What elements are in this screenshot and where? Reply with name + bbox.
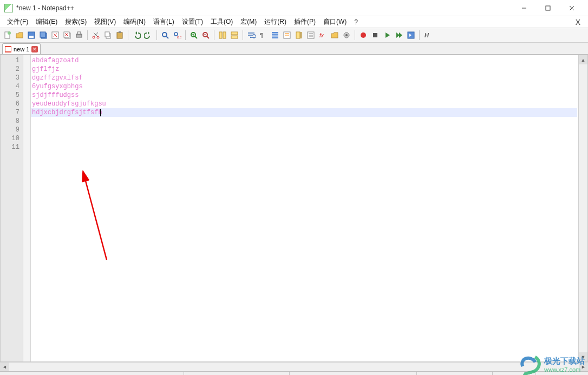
vscroll-track[interactable]	[579, 64, 587, 352]
sync-v-icon[interactable]	[217, 30, 228, 41]
menu-file[interactable]: 文件(F)	[3, 16, 32, 28]
hscroll-track[interactable]	[9, 363, 579, 371]
menu-help[interactable]: ?	[350, 17, 362, 27]
find-icon[interactable]	[160, 30, 171, 41]
monitor-icon[interactable]	[341, 30, 352, 41]
print-icon[interactable]	[74, 30, 84, 41]
code-line[interactable]	[31, 143, 577, 152]
scroll-right-icon[interactable]: ►	[579, 363, 588, 371]
lang-udl-icon[interactable]	[282, 30, 292, 41]
paste-icon[interactable]	[114, 30, 125, 41]
svg-rect-38	[219, 32, 222, 38]
scroll-up-icon[interactable]: ▲	[579, 55, 587, 64]
toolbar-separator	[355, 30, 355, 40]
fold-margin	[23, 55, 31, 361]
tab-close-icon[interactable]: ✕	[31, 46, 38, 52]
svg-point-27	[162, 32, 167, 37]
func-list-icon[interactable]: fx	[317, 30, 328, 41]
svg-text:¶: ¶	[260, 32, 263, 38]
new-file-icon[interactable]	[2, 30, 13, 41]
svg-rect-18	[77, 32, 81, 34]
stop-macro-icon[interactable]	[370, 30, 381, 41]
show-all-chars-icon[interactable]: ¶	[258, 30, 269, 41]
svg-rect-41	[231, 36, 238, 38]
toolbar-separator	[87, 30, 88, 40]
code-line[interactable]	[31, 134, 577, 143]
spellcheck-icon[interactable]: H	[422, 30, 433, 41]
code-line[interactable]: gjflfjz	[31, 65, 577, 74]
menubar-close-icon[interactable]: X	[571, 18, 585, 27]
menu-settings[interactable]: 设置(T)	[178, 16, 207, 28]
scroll-left-icon[interactable]: ◄	[0, 363, 9, 371]
close-icon[interactable]	[50, 30, 61, 41]
menu-language[interactable]: 语言(L)	[149, 16, 178, 28]
code-line[interactable]: hdjxcbjdrgfsjtfsfh	[31, 108, 577, 117]
window-title: *new 1 - Notepad++	[16, 4, 74, 12]
maximize-button[interactable]	[536, 1, 560, 16]
menu-view[interactable]: 视图(V)	[90, 16, 120, 28]
indent-guide-icon[interactable]	[270, 30, 280, 41]
tab-new1[interactable]: new 1 ✕	[2, 43, 41, 54]
save-all-icon[interactable]	[38, 30, 49, 41]
menu-window[interactable]: 窗口(W)	[319, 16, 350, 28]
menu-search[interactable]: 搜索(S)	[61, 16, 90, 28]
svg-rect-7	[29, 36, 34, 38]
code-line[interactable]	[31, 117, 577, 126]
menu-tools[interactable]: 工具(O)	[207, 16, 237, 28]
toolbar-separator	[128, 30, 128, 40]
line-number: 3	[1, 74, 19, 82]
folder-icon[interactable]	[329, 30, 340, 41]
code-area[interactable]: abdafagzoatdgjflfjzdgzffzgvxlfsf6yufgsyx…	[31, 55, 578, 361]
line-number: 11	[1, 143, 19, 152]
svg-text:fx: fx	[319, 32, 324, 38]
zoom-out-icon[interactable]	[200, 30, 211, 41]
svg-rect-60	[373, 33, 377, 37]
record-macro-icon[interactable]	[358, 30, 369, 41]
line-number: 9	[1, 126, 19, 134]
undo-icon[interactable]	[131, 30, 142, 41]
close-button[interactable]	[560, 1, 584, 16]
vertical-scrollbar[interactable]: ▲ ▼	[578, 55, 587, 361]
svg-rect-9	[40, 32, 45, 37]
status-insert-mode: INS	[536, 372, 588, 375]
play-multi-icon[interactable]	[394, 30, 404, 41]
menu-plugins[interactable]: 插件(P)	[290, 16, 319, 28]
zoom-in-icon[interactable]	[188, 30, 199, 41]
svg-point-5	[8, 31, 11, 35]
toolbar-separator	[243, 30, 243, 40]
file-modified-icon	[5, 46, 11, 52]
menu-run[interactable]: 运行(R)	[260, 16, 290, 28]
code-line[interactable]: 6yufgsyxgbhgs	[31, 82, 577, 91]
titlebar: *new 1 - Notepad++	[0, 0, 588, 16]
horizontal-scrollbar[interactable]: ◄ ►	[0, 362, 588, 371]
minimize-button[interactable]	[512, 1, 536, 16]
sync-h-icon[interactable]	[229, 30, 240, 41]
line-number: 5	[1, 91, 19, 100]
play-macro-icon[interactable]	[382, 30, 393, 41]
doc-list-icon[interactable]	[305, 30, 316, 41]
menu-edit[interactable]: 编辑(E)	[32, 16, 61, 28]
code-line[interactable]: sjdjfffudgss	[31, 91, 577, 100]
code-line[interactable]	[31, 126, 577, 134]
toolbar-separator	[156, 30, 157, 40]
close-all-icon[interactable]	[62, 30, 73, 41]
replace-icon[interactable]: ab	[172, 30, 182, 41]
redo-icon[interactable]	[143, 30, 154, 41]
copy-icon[interactable]	[102, 30, 113, 41]
menu-encoding[interactable]: 编码(N)	[120, 16, 149, 28]
line-number: 10	[1, 134, 19, 143]
svg-text:H: H	[424, 32, 429, 38]
code-line[interactable]: abdafagzoatd	[31, 56, 577, 65]
word-wrap-icon[interactable]	[246, 30, 257, 41]
open-file-icon[interactable]	[14, 30, 25, 41]
tabbar: new 1 ✕	[0, 43, 588, 55]
cut-icon[interactable]	[90, 30, 101, 41]
svg-line-34	[195, 36, 197, 38]
save-icon[interactable]	[26, 30, 37, 41]
menu-macro[interactable]: 宏(M)	[237, 16, 260, 28]
code-line[interactable]: yeudeuddyfsgjufkgsu	[31, 100, 577, 108]
save-macro-icon[interactable]	[406, 30, 416, 41]
code-line[interactable]: dgzffzgvxlfsf	[31, 74, 577, 82]
doc-map-icon[interactable]	[293, 30, 304, 41]
scroll-down-icon[interactable]: ▼	[579, 352, 587, 361]
